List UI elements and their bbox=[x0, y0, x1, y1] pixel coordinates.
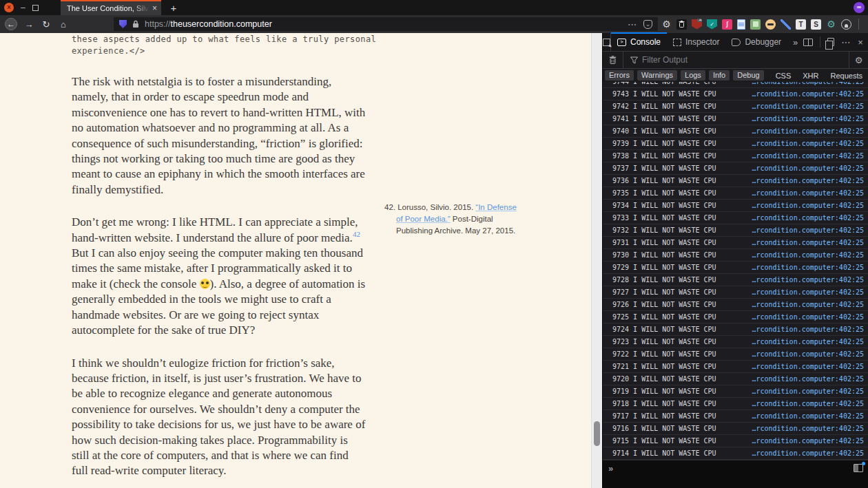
letter-s-extension-icon[interactable]: S bbox=[811, 19, 821, 30]
sidebar-toggle-icon[interactable] bbox=[854, 464, 863, 472]
console-log-row[interactable]: 9729 I WILL NOT WASTE CPU …rcondition.co… bbox=[603, 262, 868, 274]
log-source-link[interactable]: …rcondition.computer:402:25 bbox=[752, 200, 864, 211]
log-source-link[interactable]: …rcondition.computer:402:25 bbox=[752, 187, 864, 199]
trash-extension-icon[interactable] bbox=[676, 19, 687, 30]
console-log-row[interactable]: 9725 I WILL NOT WASTE CPU …rcondition.co… bbox=[603, 311, 868, 323]
filter-button-warnings[interactable]: Warnings bbox=[637, 70, 677, 81]
page-scrollbar[interactable] bbox=[591, 33, 602, 488]
log-source-link[interactable]: …rcondition.computer:402:25 bbox=[752, 82, 864, 87]
console-log-row[interactable]: 9732 I WILL NOT WASTE CPU …rcondition.co… bbox=[603, 224, 868, 237]
log-source-link[interactable]: …rcondition.computer:402:25 bbox=[752, 212, 864, 224]
avatar-face-extension-icon[interactable] bbox=[765, 19, 776, 30]
console-log-row[interactable]: 9744 I WILL NOT WASTE CPU …rcondition.co… bbox=[603, 82, 868, 88]
console-log-row[interactable]: 9714 I WILL NOT WASTE CPU …rcondition.co… bbox=[603, 447, 868, 460]
reload-button[interactable]: ↻ bbox=[41, 19, 52, 30]
log-source-link[interactable]: …rcondition.computer:402:25 bbox=[752, 336, 864, 348]
home-button[interactable]: ⌂ bbox=[58, 19, 69, 30]
log-source-link[interactable]: …rcondition.computer:402:25 bbox=[752, 311, 864, 323]
log-source-link[interactable]: …rcondition.computer:402:25 bbox=[752, 274, 864, 286]
document-extension-icon[interactable] bbox=[737, 19, 745, 30]
tab-inspector[interactable]: Inspector bbox=[667, 33, 725, 51]
pocket-icon[interactable]: ⌄ bbox=[643, 20, 652, 29]
footnote-ref-link[interactable]: 42 bbox=[353, 230, 360, 238]
console-log-row[interactable]: 9730 I WILL NOT WASTE CPU …rcondition.co… bbox=[603, 249, 868, 262]
log-source-link[interactable]: …rcondition.computer:402:25 bbox=[752, 224, 864, 236]
window-minimize-button[interactable]: – bbox=[21, 4, 25, 11]
devtools-menu-icon[interactable]: ⋯ bbox=[841, 37, 851, 47]
console-log-row[interactable]: 9728 I WILL NOT WASTE CPU …rcondition.co… bbox=[603, 274, 868, 286]
console-log-row[interactable]: 9740 I WILL NOT WASTE CPU …rcondition.co… bbox=[603, 125, 868, 138]
console-log-row[interactable]: 9723 I WILL NOT WASTE CPU …rcondition.co… bbox=[603, 336, 868, 348]
console-log-row[interactable]: 9741 I WILL NOT WASTE CPU …rcondition.co… bbox=[603, 113, 868, 125]
log-source-link[interactable]: …rcondition.computer:402:25 bbox=[752, 385, 864, 397]
tab-close-icon[interactable]: × bbox=[152, 3, 157, 13]
console-log-row[interactable]: 9743 I WILL NOT WASTE CPU …rcondition.co… bbox=[603, 88, 868, 100]
back-button[interactable]: ← bbox=[5, 18, 17, 30]
log-source-link[interactable]: …rcondition.computer:402:25 bbox=[752, 348, 864, 360]
tracking-protection-shield-icon[interactable] bbox=[119, 20, 127, 28]
console-log-row[interactable]: 9719 I WILL NOT WASTE CPU …rcondition.co… bbox=[603, 385, 868, 398]
console-log-row[interactable]: 9733 I WILL NOT WASTE CPU …rcondition.co… bbox=[603, 212, 868, 224]
console-log-row[interactable]: 9717 I WILL NOT WASTE CPU …rcondition.co… bbox=[603, 410, 868, 423]
console-log-row[interactable]: 9721 I WILL NOT WASTE CPU …rcondition.co… bbox=[603, 361, 868, 373]
teal-shield-extension-icon[interactable]: ✓ bbox=[707, 19, 717, 30]
log-source-link[interactable]: …rcondition.computer:402:25 bbox=[752, 373, 864, 385]
console-log-row[interactable]: 9722 I WILL NOT WASTE CPU …rcondition.co… bbox=[603, 348, 868, 361]
console-log-row[interactable]: 9736 I WILL NOT WASTE CPU …rcondition.co… bbox=[603, 175, 868, 187]
eyedropper-extension-icon[interactable] bbox=[781, 19, 791, 30]
tab-debugger[interactable]: Debugger bbox=[725, 33, 787, 51]
clear-console-button[interactable] bbox=[603, 52, 623, 69]
lock-icon[interactable] bbox=[132, 20, 139, 28]
console-log-row[interactable]: 9724 I WILL NOT WASTE CPU …rcondition.co… bbox=[603, 323, 868, 336]
filter-button-debug[interactable]: Debug bbox=[733, 70, 763, 81]
log-source-link[interactable]: …rcondition.computer:402:25 bbox=[752, 100, 864, 112]
filter-output-input[interactable]: Filter Output bbox=[642, 55, 688, 65]
log-source-link[interactable]: …rcondition.computer:402:25 bbox=[752, 435, 864, 447]
log-source-link[interactable]: …rcondition.computer:402:25 bbox=[752, 175, 864, 187]
log-source-link[interactable]: …rcondition.computer:402:25 bbox=[752, 286, 864, 298]
console-log-row[interactable]: 9727 I WILL NOT WASTE CPU …rcondition.co… bbox=[603, 286, 868, 299]
filter-button-info[interactable]: Info bbox=[709, 70, 730, 81]
pink-extension-icon[interactable]: ʃ bbox=[722, 19, 732, 30]
console-log-row[interactable]: 9737 I WILL NOT WASTE CPU …rcondition.co… bbox=[603, 162, 868, 175]
pick-element-button[interactable] bbox=[603, 33, 611, 51]
log-source-link[interactable]: …rcondition.computer:402:25 bbox=[752, 125, 864, 137]
log-source-link[interactable]: …rcondition.computer:402:25 bbox=[752, 423, 864, 434]
console-log-row[interactable]: 9734 I WILL NOT WASTE CPU …rcondition.co… bbox=[603, 200, 868, 212]
devtools-close-icon[interactable]: × bbox=[858, 37, 863, 47]
responsive-design-mode-icon[interactable] bbox=[827, 38, 834, 46]
console-log-row[interactable]: 9739 I WILL NOT WASTE CPU …rcondition.co… bbox=[603, 138, 868, 150]
teal-gear-extension-icon[interactable]: ⚙ bbox=[826, 19, 836, 30]
log-source-link[interactable]: …rcondition.computer:402:25 bbox=[752, 150, 864, 162]
url-bar[interactable]: https:// theusercondition.computer ⋯ ⌄ bbox=[114, 17, 658, 31]
console-settings-gear-icon[interactable]: ⚙ bbox=[849, 52, 868, 69]
log-source-link[interactable]: …rcondition.computer:402:25 bbox=[752, 447, 864, 459]
letter-t-extension-icon[interactable]: T bbox=[796, 19, 806, 30]
console-log-row[interactable]: 9726 I WILL NOT WASTE CPU …rcondition.co… bbox=[603, 299, 868, 311]
window-close-button[interactable]: × bbox=[4, 3, 14, 12]
more-tabs-button[interactable]: » bbox=[787, 37, 803, 47]
ublock-shield-icon[interactable]: 13 bbox=[692, 19, 702, 30]
console-log-row[interactable]: 9718 I WILL NOT WASTE CPU …rcondition.co… bbox=[603, 398, 868, 410]
filter-button-logs[interactable]: Logs bbox=[681, 70, 705, 81]
page-actions-icon[interactable]: ⋯ bbox=[628, 19, 637, 30]
log-source-link[interactable]: …rcondition.computer:402:25 bbox=[752, 262, 864, 273]
console-input-row[interactable]: » bbox=[603, 460, 868, 488]
new-tab-button[interactable]: + bbox=[167, 1, 180, 15]
log-source-link[interactable]: …rcondition.computer:402:25 bbox=[752, 88, 864, 100]
green-square-extension-icon[interactable] bbox=[750, 19, 761, 30]
console-prompt[interactable]: » bbox=[608, 463, 613, 474]
log-source-link[interactable]: …rcondition.computer:402:25 bbox=[752, 361, 864, 372]
tab-console[interactable]: > Console bbox=[611, 33, 667, 51]
filter-toggle-xhr[interactable]: XHR bbox=[803, 72, 818, 80]
log-source-link[interactable]: …rcondition.computer:402:25 bbox=[752, 249, 864, 261]
filter-button-errors[interactable]: Errors bbox=[605, 70, 634, 81]
console-log-row[interactable]: 9715 I WILL NOT WASTE CPU …rcondition.co… bbox=[603, 435, 868, 447]
forward-button[interactable]: → bbox=[23, 19, 34, 30]
console-log-row[interactable]: 9742 I WILL NOT WASTE CPU …rcondition.co… bbox=[603, 100, 868, 113]
console-log-row[interactable]: 9720 I WILL NOT WASTE CPU …rcondition.co… bbox=[603, 373, 868, 385]
log-source-link[interactable]: …rcondition.computer:402:25 bbox=[752, 162, 864, 174]
settings-gear-icon[interactable]: ⚙ bbox=[661, 19, 672, 30]
log-source-link[interactable]: …rcondition.computer:402:25 bbox=[752, 410, 864, 422]
dock-side-icon[interactable] bbox=[803, 39, 813, 46]
